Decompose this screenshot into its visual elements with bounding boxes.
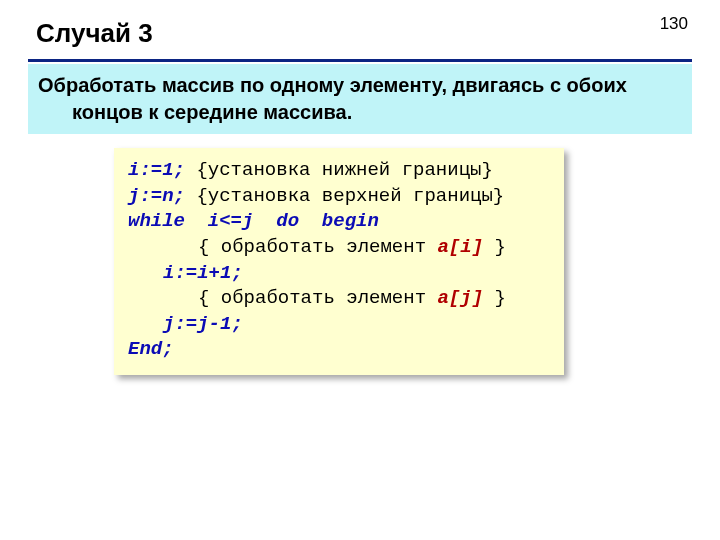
code-keyword: i:=1;: [128, 159, 185, 181]
code-comment: {установка верхней границы}: [185, 185, 504, 207]
code-comment: }: [483, 287, 506, 309]
code-highlight: a[i]: [437, 236, 483, 258]
code-comment: { обработать элемент: [198, 236, 437, 258]
code-line-1: i:=1; {установка нижней границы}: [128, 158, 550, 184]
slide: 130 Случай 3 Обработать массив по одному…: [0, 0, 720, 540]
code-keyword: End;: [128, 338, 174, 360]
code-comment: {установка нижней границы}: [185, 159, 493, 181]
code-line-4: { обработать элемент a[i] }: [128, 235, 550, 261]
description-box: Обработать массив по одному элементу, дв…: [28, 64, 692, 134]
code-line-5: i:=i+1;: [128, 261, 550, 287]
code-keyword: j:=n;: [128, 185, 185, 207]
code-line-7: j:=j-1;: [128, 312, 550, 338]
code-keyword: while i<=j do begin: [128, 210, 379, 232]
code-comment: }: [483, 236, 506, 258]
code-line-6: { обработать элемент a[j] }: [128, 286, 550, 312]
slide-title: Случай 3: [36, 18, 692, 49]
code-highlight: a[j]: [437, 287, 483, 309]
title-underline: [28, 59, 692, 62]
code-keyword: j:=j-1;: [163, 313, 243, 335]
description-text: Обработать массив по одному элементу, дв…: [70, 72, 684, 126]
page-number: 130: [660, 14, 688, 34]
code-line-8: End;: [128, 337, 550, 363]
code-line-2: j:=n; {установка верхней границы}: [128, 184, 550, 210]
code-line-3: while i<=j do begin: [128, 209, 550, 235]
code-keyword: i:=i+1;: [163, 262, 243, 284]
code-comment: { обработать элемент: [198, 287, 437, 309]
code-box: i:=1; {установка нижней границы} j:=n; {…: [114, 148, 564, 375]
